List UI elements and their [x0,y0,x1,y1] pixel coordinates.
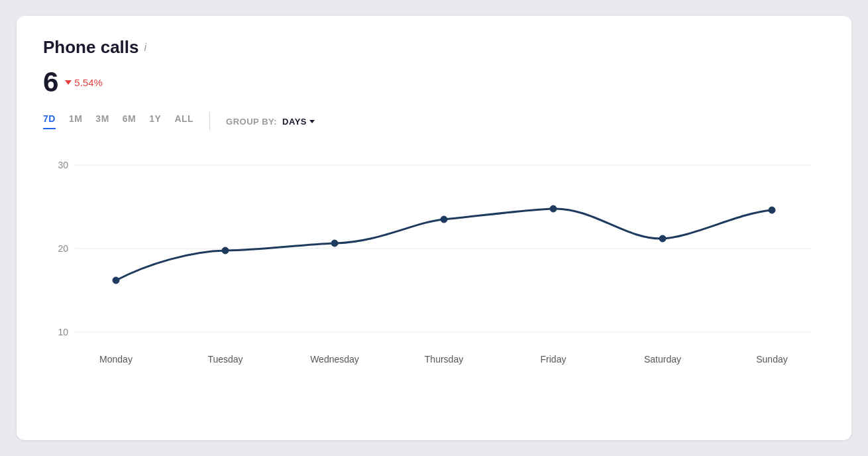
x-label-tuesday: Tuesday [207,354,243,365]
phone-calls-card: Phone calls i 6 5.54% 7D 1M 3M 6M 1Y ALL… [17,16,851,440]
data-point-wednesday [331,240,338,247]
chevron-down-icon [309,120,315,123]
x-label-monday: Monday [99,354,133,365]
metric-value: 6 [43,68,58,96]
svg-text:10: 10 [58,327,68,337]
info-icon[interactable]: i [144,42,147,54]
x-label-saturday: Saturday [644,354,681,365]
group-by-label: GROUP BY: [226,117,277,127]
filter-7d[interactable]: 7D [43,113,56,129]
group-by-selector[interactable]: DAYS [282,117,315,127]
filter-6m[interactable]: 6M [123,113,136,129]
data-point-sunday [769,207,775,213]
data-point-monday [113,277,119,284]
trend-down-icon [65,80,72,85]
x-label-friday: Friday [541,354,567,365]
data-point-tuesday [222,247,229,254]
svg-text:30: 30 [58,160,68,170]
filter-1m[interactable]: 1M [69,113,82,129]
svg-text:20: 20 [58,243,68,254]
filter-1y[interactable]: 1Y [149,113,161,129]
filter-all[interactable]: ALL [174,113,193,129]
data-point-friday [550,205,557,212]
metric-change: 5.54% [65,77,103,88]
x-label-sunday: Sunday [756,354,787,365]
data-point-saturday [659,235,666,242]
group-by: GROUP BY: DAYS [226,117,315,127]
chart-container: 30 20 10 Monday Tuesday Wednesday Thursd… [43,137,825,422]
data-point-thursday [441,216,447,223]
metric-row: 6 5.54% [43,68,825,96]
x-label-thursday: Thursday [425,354,463,365]
time-filters: 7D 1M 3M 6M 1Y ALL [43,113,193,129]
line-chart: 30 20 10 Monday Tuesday Wednesday Thursd… [43,137,825,389]
filter-3m[interactable]: 3M [95,113,109,129]
controls-row: 7D 1M 3M 6M 1Y ALL GROUP BY: DAYS [43,112,825,131]
card-title: Phone calls [43,37,139,58]
metric-change-value: 5.54% [74,77,103,88]
group-by-value: DAYS [282,117,307,127]
title-row: Phone calls i [43,37,825,58]
controls-divider [209,112,210,131]
x-label-wednesday: Wednesday [310,354,359,365]
